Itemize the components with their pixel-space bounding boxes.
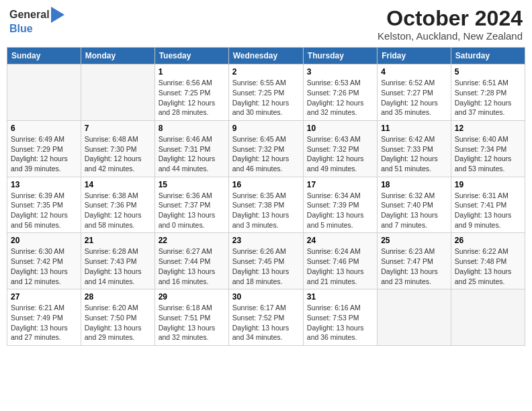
day-info: Sunrise: 6:36 AM Sunset: 7:37 PM Dayligh…: [159, 191, 225, 230]
day-number: 26: [455, 236, 521, 245]
day-info: Sunrise: 6:42 AM Sunset: 7:33 PM Dayligh…: [381, 134, 447, 174]
calendar-cell: 31Sunrise: 6:16 AM Sunset: 7:53 PM Dayli…: [303, 289, 377, 346]
calendar-cell: 21Sunrise: 6:28 AM Sunset: 7:43 PM Dayli…: [81, 233, 154, 289]
month-title: October 2024: [378, 7, 523, 30]
day-info: Sunrise: 6:21 AM Sunset: 7:49 PM Dayligh…: [11, 303, 77, 342]
day-number: 21: [85, 236, 151, 245]
calendar-cell: 11Sunrise: 6:42 AM Sunset: 7:33 PM Dayli…: [378, 120, 451, 177]
weekday-header: Sunday: [7, 48, 81, 64]
day-number: 14: [85, 180, 151, 189]
weekday-header: Friday: [378, 48, 451, 64]
day-number: 23: [232, 236, 300, 245]
day-number: 28: [85, 292, 151, 302]
page-header: General Blue October 2024 Kelston, Auckl…: [7, 7, 525, 42]
day-info: Sunrise: 6:17 AM Sunset: 7:52 PM Dayligh…: [232, 303, 300, 342]
calendar-cell: 26Sunrise: 6:22 AM Sunset: 7:48 PM Dayli…: [451, 233, 525, 289]
day-info: Sunrise: 6:49 AM Sunset: 7:29 PM Dayligh…: [11, 134, 77, 174]
calendar-cell: 18Sunrise: 6:32 AM Sunset: 7:40 PM Dayli…: [378, 177, 451, 233]
day-number: 13: [11, 180, 77, 189]
day-number: 17: [307, 180, 373, 189]
day-info: Sunrise: 6:30 AM Sunset: 7:42 PM Dayligh…: [11, 246, 77, 286]
calendar-cell: [81, 64, 154, 121]
calendar-cell: 27Sunrise: 6:21 AM Sunset: 7:49 PM Dayli…: [7, 289, 81, 346]
calendar-cell: 5Sunrise: 6:51 AM Sunset: 7:28 PM Daylig…: [451, 64, 525, 121]
day-info: Sunrise: 6:53 AM Sunset: 7:26 PM Dayligh…: [307, 78, 373, 118]
calendar-cell: 3Sunrise: 6:53 AM Sunset: 7:26 PM Daylig…: [303, 64, 377, 121]
calendar-cell: 28Sunrise: 6:20 AM Sunset: 7:50 PM Dayli…: [81, 289, 154, 346]
location-title: Kelston, Auckland, New Zealand: [378, 30, 523, 42]
calendar-week-row: 1Sunrise: 6:56 AM Sunset: 7:25 PM Daylig…: [7, 64, 525, 121]
day-info: Sunrise: 6:56 AM Sunset: 7:25 PM Dayligh…: [159, 78, 225, 118]
calendar-cell: [378, 289, 451, 346]
day-number: 8: [159, 124, 225, 133]
day-info: Sunrise: 6:55 AM Sunset: 7:25 PM Dayligh…: [232, 78, 300, 118]
logo-icon: [51, 7, 64, 23]
calendar-cell: 7Sunrise: 6:48 AM Sunset: 7:30 PM Daylig…: [81, 120, 154, 177]
logo-general: General: [9, 9, 50, 21]
day-number: 30: [232, 292, 300, 302]
day-info: Sunrise: 6:45 AM Sunset: 7:32 PM Dayligh…: [232, 134, 300, 174]
calendar-cell: 13Sunrise: 6:39 AM Sunset: 7:35 PM Dayli…: [7, 177, 81, 233]
day-info: Sunrise: 6:32 AM Sunset: 7:40 PM Dayligh…: [381, 191, 447, 230]
day-number: 2: [232, 67, 300, 77]
weekday-header: Saturday: [451, 48, 525, 64]
day-number: 6: [11, 124, 77, 133]
day-number: 19: [455, 180, 521, 189]
day-number: 3: [307, 67, 373, 77]
day-info: Sunrise: 6:28 AM Sunset: 7:43 PM Dayligh…: [85, 246, 151, 286]
calendar-week-row: 6Sunrise: 6:49 AM Sunset: 7:29 PM Daylig…: [7, 120, 525, 177]
calendar-cell: 25Sunrise: 6:23 AM Sunset: 7:47 PM Dayli…: [378, 233, 451, 289]
day-number: 9: [232, 124, 300, 133]
calendar-cell: 16Sunrise: 6:35 AM Sunset: 7:38 PM Dayli…: [228, 177, 303, 233]
day-number: 11: [381, 124, 447, 133]
calendar-cell: 2Sunrise: 6:55 AM Sunset: 7:25 PM Daylig…: [228, 64, 303, 121]
day-info: Sunrise: 6:16 AM Sunset: 7:53 PM Dayligh…: [307, 303, 373, 342]
day-info: Sunrise: 6:51 AM Sunset: 7:28 PM Dayligh…: [455, 78, 521, 118]
calendar-week-row: 27Sunrise: 6:21 AM Sunset: 7:49 PM Dayli…: [7, 289, 525, 346]
calendar-cell: 15Sunrise: 6:36 AM Sunset: 7:37 PM Dayli…: [154, 177, 228, 233]
day-number: 16: [232, 180, 300, 189]
day-info: Sunrise: 6:46 AM Sunset: 7:31 PM Dayligh…: [159, 134, 225, 174]
day-info: Sunrise: 6:26 AM Sunset: 7:45 PM Dayligh…: [232, 246, 300, 286]
calendar-cell: 30Sunrise: 6:17 AM Sunset: 7:52 PM Dayli…: [228, 289, 303, 346]
day-number: 5: [455, 67, 521, 77]
day-info: Sunrise: 6:40 AM Sunset: 7:34 PM Dayligh…: [455, 134, 521, 174]
day-info: Sunrise: 6:20 AM Sunset: 7:50 PM Dayligh…: [85, 303, 151, 342]
calendar-cell: 14Sunrise: 6:38 AM Sunset: 7:36 PM Dayli…: [81, 177, 154, 233]
calendar-cell: 24Sunrise: 6:24 AM Sunset: 7:46 PM Dayli…: [303, 233, 377, 289]
calendar-cell: [451, 289, 525, 346]
calendar-cell: 6Sunrise: 6:49 AM Sunset: 7:29 PM Daylig…: [7, 120, 81, 177]
day-number: 20: [11, 236, 77, 245]
calendar-cell: 20Sunrise: 6:30 AM Sunset: 7:42 PM Dayli…: [7, 233, 81, 289]
day-number: 10: [307, 124, 373, 133]
calendar-week-row: 20Sunrise: 6:30 AM Sunset: 7:42 PM Dayli…: [7, 233, 525, 289]
calendar-header-row: SundayMondayTuesdayWednesdayThursdayFrid…: [7, 48, 525, 64]
calendar-cell: 22Sunrise: 6:27 AM Sunset: 7:44 PM Dayli…: [154, 233, 228, 289]
day-info: Sunrise: 6:27 AM Sunset: 7:44 PM Dayligh…: [159, 246, 225, 286]
day-info: Sunrise: 6:48 AM Sunset: 7:30 PM Dayligh…: [85, 134, 151, 174]
day-info: Sunrise: 6:23 AM Sunset: 7:47 PM Dayligh…: [381, 246, 447, 286]
weekday-header: Tuesday: [154, 48, 228, 64]
day-info: Sunrise: 6:34 AM Sunset: 7:39 PM Dayligh…: [307, 191, 373, 230]
weekday-header: Wednesday: [228, 48, 303, 64]
day-info: Sunrise: 6:31 AM Sunset: 7:41 PM Dayligh…: [455, 191, 521, 230]
day-info: Sunrise: 6:24 AM Sunset: 7:46 PM Dayligh…: [307, 246, 373, 286]
day-number: 12: [455, 124, 521, 133]
day-info: Sunrise: 6:52 AM Sunset: 7:27 PM Dayligh…: [381, 78, 447, 118]
calendar-cell: 8Sunrise: 6:46 AM Sunset: 7:31 PM Daylig…: [154, 120, 228, 177]
calendar-cell: 9Sunrise: 6:45 AM Sunset: 7:32 PM Daylig…: [228, 120, 303, 177]
day-number: 4: [381, 67, 447, 77]
day-number: 27: [11, 292, 77, 302]
calendar-cell: 1Sunrise: 6:56 AM Sunset: 7:25 PM Daylig…: [154, 64, 228, 121]
day-number: 29: [159, 292, 225, 302]
calendar-cell: [7, 64, 81, 121]
calendar-week-row: 13Sunrise: 6:39 AM Sunset: 7:35 PM Dayli…: [7, 177, 525, 233]
weekday-header: Monday: [81, 48, 154, 64]
day-number: 18: [381, 180, 447, 189]
day-number: 15: [159, 180, 225, 189]
weekday-header: Thursday: [303, 48, 377, 64]
logo: General Blue: [9, 7, 64, 35]
title-block: October 2024 Kelston, Auckland, New Zeal…: [378, 7, 523, 42]
calendar-cell: 29Sunrise: 6:18 AM Sunset: 7:51 PM Dayli…: [154, 289, 228, 346]
day-info: Sunrise: 6:43 AM Sunset: 7:32 PM Dayligh…: [307, 134, 373, 174]
